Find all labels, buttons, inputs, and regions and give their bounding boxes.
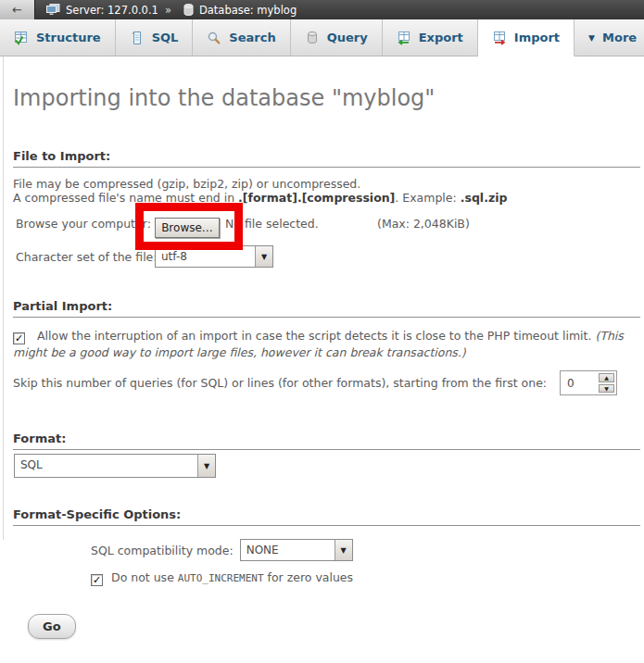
compression-note-mid: . Example: (395, 191, 460, 205)
max-upload-size: (Max: 2,048KiB) (377, 217, 470, 231)
caret-down-icon: ▼ (588, 33, 595, 43)
breadcrumb-separator: » (164, 4, 172, 17)
tab-label: Search (229, 31, 275, 44)
tab-label: Structure (36, 31, 101, 44)
charset-row: Character set of the file: utf-8 ▼ (0, 244, 644, 269)
charset-label: Character set of the file: (16, 250, 158, 264)
section-heading-file-to-import: File to Import: (13, 149, 640, 168)
spinner-buttons: ▲ ▼ (599, 373, 614, 393)
skip-queries-label: Skip this number of queries (for SQL) or… (13, 376, 547, 390)
sql-compat-selected-value: NONE (241, 540, 335, 560)
section-heading-format-specific: Format-Specific Options: (13, 507, 640, 526)
auto-increment-row: ✓Do not use AUTO_INCREMENT for zero valu… (91, 570, 644, 586)
tab-search[interactable]: Search (193, 19, 290, 56)
sql-compat-row: SQL compatibility mode: NONE ▼ (91, 539, 644, 561)
section-heading-format: Format: (13, 432, 640, 450)
compression-note-line2: A compressed file's name must end in (13, 191, 238, 205)
format-selected-value: SQL (15, 455, 197, 477)
tab-sql[interactable]: SQL (116, 19, 194, 56)
skip-queries-row: Skip this number of queries (for SQL) or… (13, 370, 644, 395)
back-button[interactable]: ← (0, 0, 35, 19)
section-heading-partial-import: Partial Import: (13, 299, 640, 318)
tab-bar: Structure SQL Search (0, 19, 644, 56)
format-compression-bold: .[format].[compression] (238, 191, 395, 205)
tab-label: More (602, 31, 637, 44)
allow-interrupt-label: Allow the interruption of an import in c… (37, 329, 595, 343)
content-left-border (3, 56, 4, 540)
tab-structure[interactable]: Structure (0, 19, 116, 56)
search-icon (207, 31, 221, 45)
sql-zip-example-bold: .sql.zip (461, 191, 508, 205)
database-icon (183, 4, 194, 16)
charset-select[interactable]: utf-8 ▼ (155, 245, 273, 268)
dropdown-arrow-icon[interactable]: ▼ (335, 540, 352, 560)
checkmark-icon: ✓ (15, 331, 23, 346)
skip-queries-value[interactable]: 0 (562, 373, 599, 393)
structure-icon (14, 31, 29, 45)
sql-icon (130, 31, 145, 45)
compression-note-line1: File may be compressed (gzip, bzip2, zip… (13, 177, 360, 191)
skip-queries-spinner[interactable]: 0 ▲ ▼ (560, 370, 617, 395)
format-row: SQL ▼ (14, 454, 644, 478)
import-icon (492, 31, 507, 45)
tab-export[interactable]: Export (383, 19, 478, 56)
tab-label: SQL (152, 31, 179, 44)
query-icon (305, 31, 320, 45)
spinner-down-icon[interactable]: ▼ (599, 384, 614, 394)
tab-label: Query (327, 31, 368, 44)
dropdown-arrow-icon[interactable]: ▼ (255, 246, 272, 267)
auto-increment-code: AUTO_INCREMENT (178, 572, 264, 584)
auto-increment-label-suffix: for zero values (264, 570, 354, 584)
compression-note: File may be compressed (gzip, bzip2, zip… (13, 177, 644, 205)
tab-label: Import (514, 31, 560, 44)
tab-more[interactable]: ▼ More (575, 19, 644, 56)
breadcrumb-bar: ← Server: 127.0.0.1 » Database: myblog (0, 0, 644, 19)
browse-button[interactable]: Browse… (155, 218, 220, 238)
checkmark-icon: ✓ (93, 574, 101, 586)
browse-label: Browse your computer: (16, 217, 151, 231)
allow-interrupt-checkbox[interactable]: ✓ (13, 332, 25, 344)
auto-increment-label-prefix: Do not use (111, 570, 178, 584)
back-arrow-icon: ← (12, 3, 22, 17)
tab-query[interactable]: Query (291, 19, 383, 56)
go-button[interactable]: Go (28, 614, 76, 639)
tab-label: Export (419, 31, 463, 44)
tab-import[interactable]: Import (478, 19, 575, 56)
dropdown-arrow-icon[interactable]: ▼ (197, 455, 215, 477)
file-upload-row: Browse your computer: Browse… No file se… (0, 212, 644, 240)
sql-compat-select[interactable]: NONE ▼ (240, 539, 353, 561)
export-icon (397, 31, 411, 45)
sql-compat-label: SQL compatibility mode: (91, 544, 234, 557)
format-select[interactable]: SQL ▼ (14, 454, 216, 478)
auto-increment-checkbox[interactable]: ✓ (91, 574, 103, 586)
charset-selected-value: utf-8 (156, 246, 255, 267)
page-title: Importing into the database "myblog" (13, 85, 644, 111)
server-icon (46, 4, 60, 16)
go-row: Go (28, 614, 644, 639)
allow-interrupt-row: ✓Allow the interruption of an import in … (13, 328, 631, 360)
breadcrumb-server[interactable]: Server: 127.0.0.1 (66, 4, 158, 17)
spinner-up-icon[interactable]: ▲ (599, 373, 614, 382)
breadcrumb-database[interactable]: Database: myblog (199, 4, 297, 17)
no-file-selected-text: No file selected. (225, 217, 319, 231)
